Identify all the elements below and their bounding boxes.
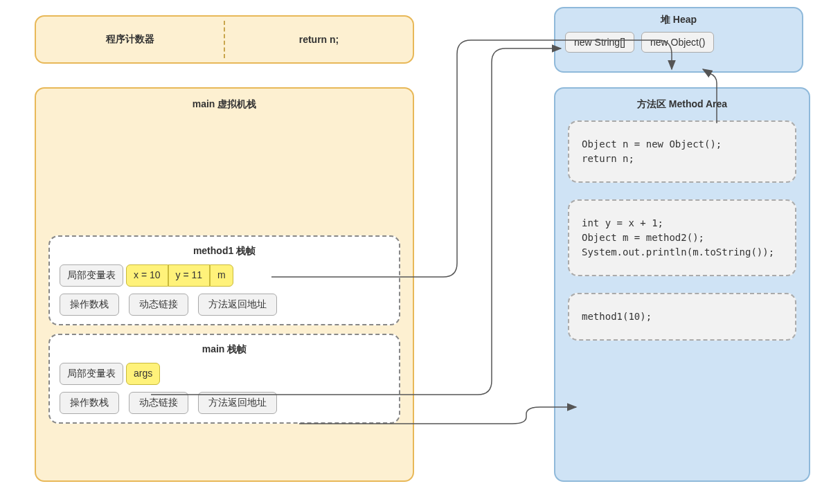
vm-stack-box: main 虚拟机栈 method1 栈帧 局部变量表 x = 10 y = 11… xyxy=(35,87,414,482)
heap-title: 堆 Heap xyxy=(565,14,792,26)
frame-buttons-main: 操作数栈 动态链接 方法返回地址 xyxy=(60,392,389,414)
program-counter-value: return n; xyxy=(225,17,413,62)
heap-box: 堆 Heap new String[] new Object() xyxy=(554,7,803,73)
code-block-method1: int y = x + 1; Object m = method2(); Sys… xyxy=(568,199,796,276)
heap-item-new-object: new Object() xyxy=(641,32,714,53)
method-area-title: 方法区 Method Area xyxy=(568,98,796,111)
stack-frame-main: main 栈帧 局部变量表 args 操作数栈 动态链接 方法返回地址 xyxy=(48,334,400,424)
operand-stack-label: 操作数栈 xyxy=(60,294,119,316)
local-vars-row-main: 局部变量表 args xyxy=(60,363,389,385)
local-vars-label: 局部变量表 xyxy=(60,264,123,287)
local-var-args: args xyxy=(126,363,160,385)
dynamic-link-label: 动态链接 xyxy=(129,392,188,414)
program-counter-box: 程序计数器 return n; xyxy=(35,15,414,64)
operand-stack-label: 操作数栈 xyxy=(60,392,119,414)
stack-frame-method1: method1 栈帧 局部变量表 x = 10 y = 11 m 操作数栈 动态… xyxy=(48,235,400,325)
return-address-label: 方法返回地址 xyxy=(198,294,277,316)
local-vars-row-method1: 局部变量表 x = 10 y = 11 m xyxy=(60,264,389,287)
heap-item-new-string-array: new String[] xyxy=(565,32,634,53)
local-var-x: x = 10 xyxy=(126,264,168,287)
code-block-method2: Object n = new Object(); return n; xyxy=(568,120,796,183)
code-block-main: method1(10); xyxy=(568,293,796,341)
frame-title-main: main 栈帧 xyxy=(60,343,389,356)
method-area-box: 方法区 Method Area Object n = new Object();… xyxy=(554,87,810,482)
frame-title-method1: method1 栈帧 xyxy=(60,245,389,258)
dynamic-link-label: 动态链接 xyxy=(129,294,188,316)
local-var-y: y = 11 xyxy=(168,264,211,287)
program-counter-label: 程序计数器 xyxy=(36,17,224,62)
local-var-m: m xyxy=(210,264,233,287)
local-vars-label: 局部变量表 xyxy=(60,363,123,385)
heap-items: new String[] new Object() xyxy=(565,32,792,53)
return-address-label: 方法返回地址 xyxy=(198,392,277,414)
frame-buttons-method1: 操作数栈 动态链接 方法返回地址 xyxy=(60,294,389,316)
vm-stack-title: main 虚拟机栈 xyxy=(48,98,400,111)
